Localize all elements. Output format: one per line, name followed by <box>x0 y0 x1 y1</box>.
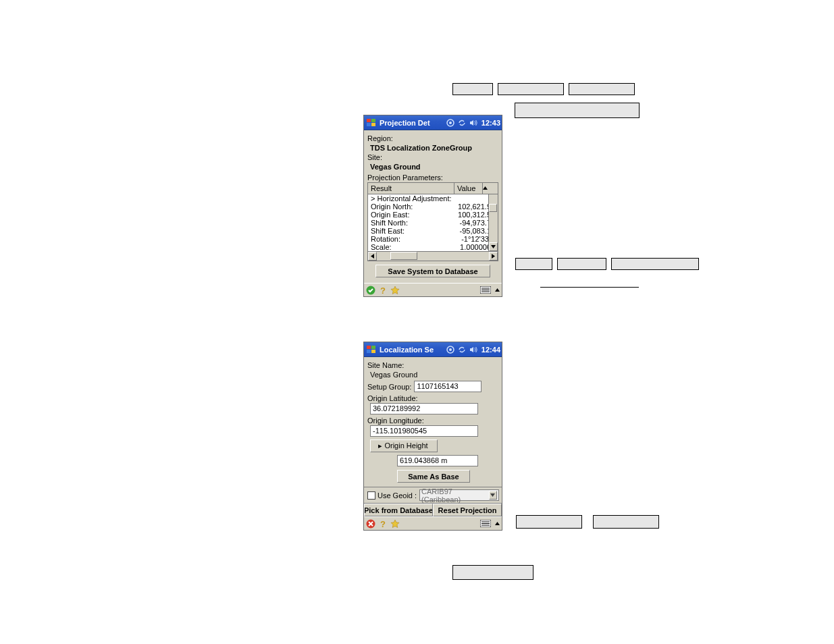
svg-rect-14 <box>367 350 371 353</box>
scroll-right-icon[interactable] <box>489 252 498 261</box>
region-value: TDS Localization ZoneGroup <box>370 144 498 152</box>
windows-flag-icon <box>365 118 377 128</box>
chevron-down-icon <box>489 491 497 500</box>
setup-group-input[interactable]: 1107165143 <box>414 381 481 392</box>
use-geoid-label: Use Geoid : <box>377 491 417 500</box>
placeholder-box <box>498 83 564 95</box>
geoid-dropdown[interactable]: CARIB97 (Caribbean) <box>419 489 499 501</box>
horizontal-scrollbar[interactable] <box>368 251 498 261</box>
site-name-label: Site Name: <box>367 361 498 369</box>
scroll-up-icon[interactable] <box>483 183 492 191</box>
underline <box>540 287 639 288</box>
placeholder-box <box>515 103 640 118</box>
volume-icon[interactable] <box>469 118 478 128</box>
vertical-scrollbar[interactable] <box>488 194 498 251</box>
svg-rect-12 <box>367 346 371 349</box>
pick-from-database-button[interactable]: Pick from Database <box>364 504 433 516</box>
reset-projection-button[interactable]: Reset Projection <box>433 504 502 516</box>
keyboard-icon[interactable] <box>479 286 492 295</box>
placeholder-box <box>516 515 582 529</box>
svg-rect-1 <box>371 119 375 122</box>
origin-latitude-input[interactable]: 36.072189992 <box>370 403 478 414</box>
same-as-base-button[interactable]: Same As Base <box>397 470 470 483</box>
site-label: Site: <box>367 153 498 161</box>
cancel-icon[interactable] <box>366 519 375 529</box>
placeholder-box <box>569 83 635 95</box>
origin-latitude-label: Origin Latitude: <box>367 394 498 402</box>
origin-height-input[interactable]: 619.043868 m <box>397 455 478 466</box>
svg-rect-0 <box>367 119 371 122</box>
svg-rect-3 <box>371 123 375 126</box>
svg-point-5 <box>449 122 452 124</box>
svg-rect-15 <box>371 350 375 353</box>
svg-point-17 <box>449 348 452 351</box>
save-system-button[interactable]: Save System to Database <box>375 265 490 277</box>
window-title: Projection Det <box>380 119 430 127</box>
region-label: Region: <box>367 134 498 142</box>
origin-height-button[interactable]: ▸ Origin Height <box>370 439 438 452</box>
table-row[interactable]: Scale:1.000006 <box>368 243 498 251</box>
site-value: Vegas Ground <box>370 163 498 171</box>
setup-group-label: Setup Group: <box>367 383 411 391</box>
placeholder-box <box>452 83 493 95</box>
site-name-value: Vegas Ground <box>370 371 498 379</box>
sync-icon[interactable] <box>457 118 467 128</box>
volume-icon[interactable] <box>469 345 478 354</box>
connectivity-icon[interactable] <box>446 345 455 354</box>
help-icon[interactable]: ? <box>378 519 388 529</box>
window-title: Localization Se <box>380 346 434 354</box>
table-row[interactable]: > Horizontal Adjustment: <box>368 194 498 203</box>
table-row[interactable]: Rotation:-1°12'33. <box>368 235 498 243</box>
origin-longitude-input[interactable]: -115.101980545 <box>370 425 478 437</box>
table-row[interactable]: Shift North:-94,973.7 <box>368 219 498 227</box>
titlebar: Projection Det 12:43 <box>364 115 502 130</box>
up-caret-icon[interactable] <box>494 519 500 529</box>
up-caret-icon[interactable] <box>494 286 500 295</box>
clock[interactable]: 12:44 <box>481 346 500 354</box>
help-icon[interactable]: ? <box>378 286 388 295</box>
table-row[interactable]: Origin East:100,312.5 <box>368 211 498 219</box>
origin-longitude-label: Origin Longitude: <box>367 417 498 425</box>
svg-text:?: ? <box>380 519 386 529</box>
svg-rect-13 <box>371 346 375 349</box>
connectivity-icon[interactable] <box>446 118 455 128</box>
col-value[interactable]: Value <box>454 183 483 194</box>
keyboard-icon[interactable] <box>479 519 492 529</box>
params-table: Result Value > Horizontal Adjustment:Ori… <box>367 182 498 261</box>
table-row[interactable]: Origin North:102,621.9 <box>368 203 498 211</box>
placeholder-box <box>515 258 552 270</box>
titlebar: Localization Se 12:44 <box>364 342 502 357</box>
scroll-down-icon[interactable] <box>489 242 498 251</box>
svg-rect-2 <box>367 123 371 126</box>
scroll-left-icon[interactable] <box>368 252 377 261</box>
windows-flag-icon <box>365 345 377 354</box>
placeholder-box <box>593 515 659 529</box>
ok-icon[interactable] <box>366 286 375 295</box>
placeholder-box <box>557 258 606 270</box>
clock[interactable]: 12:43 <box>481 119 500 127</box>
localization-setup-device: Localization Se 12:44 Site Name: Vegas G… <box>363 342 502 531</box>
projection-details-device: Projection Det 12:43 Region: TDS Localiz… <box>363 115 502 297</box>
star-icon[interactable] <box>390 286 400 295</box>
use-geoid-checkbox[interactable] <box>367 491 375 500</box>
placeholder-box <box>611 258 699 270</box>
star-icon[interactable] <box>390 519 400 529</box>
table-row[interactable]: Shift East:-95,083.1 <box>368 227 498 235</box>
projection-params-label: Projection Parameters: <box>367 173 498 182</box>
col-result[interactable]: Result <box>368 183 454 194</box>
svg-text:?: ? <box>380 286 386 295</box>
placeholder-box <box>452 565 533 580</box>
sync-icon[interactable] <box>457 345 467 354</box>
